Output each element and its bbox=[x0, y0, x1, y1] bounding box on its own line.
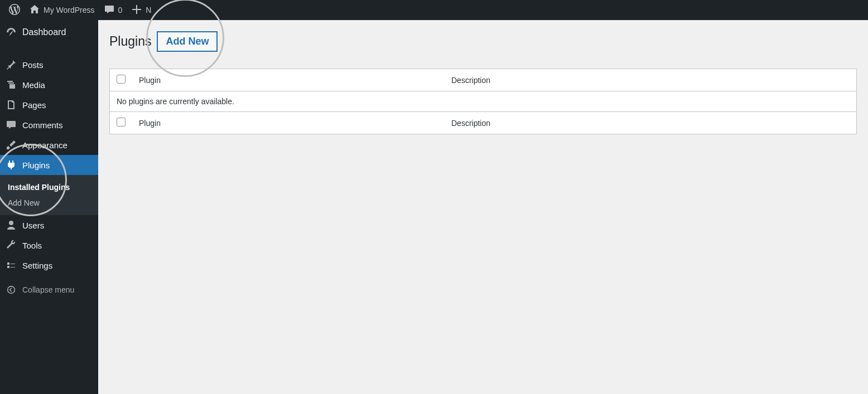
col-header-plugin[interactable]: Plugin bbox=[132, 69, 445, 91]
sidebar-item-appearance[interactable]: Appearance bbox=[0, 135, 98, 155]
sidebar-item-dashboard[interactable]: Dashboard bbox=[0, 20, 98, 45]
sidebar-item-pages[interactable]: Pages bbox=[0, 95, 98, 115]
sidebar-item-settings[interactable]: Settings bbox=[0, 255, 98, 275]
col-header-description[interactable]: Description bbox=[445, 69, 857, 91]
comment-icon bbox=[6, 119, 17, 130]
comments-menu[interactable]: 0 bbox=[99, 0, 127, 20]
plugin-icon bbox=[6, 159, 17, 171]
sidebar-label-plugins: Plugins bbox=[22, 160, 50, 170]
plus-icon bbox=[131, 4, 142, 17]
sidebar-item-comments[interactable]: Comments bbox=[0, 115, 98, 135]
empty-row: No plugins are currently available. bbox=[110, 91, 857, 112]
new-content-menu[interactable]: N bbox=[127, 0, 156, 20]
sidebar-label-posts: Posts bbox=[22, 60, 44, 70]
sidebar-item-posts[interactable]: Posts bbox=[0, 55, 98, 75]
sidebar-label-dashboard: Dashboard bbox=[22, 27, 66, 37]
collapse-menu[interactable]: Collapse menu bbox=[0, 279, 98, 301]
admin-bar: My WordPress 0 N bbox=[0, 0, 868, 20]
sidebar-label-appearance: Appearance bbox=[22, 140, 67, 150]
table-footer-row: Plugin Description bbox=[110, 112, 857, 134]
sidebar-label-media: Media bbox=[22, 80, 45, 90]
sidebar-item-plugins[interactable]: Plugins bbox=[0, 155, 98, 175]
sidebar-item-tools[interactable]: Tools bbox=[0, 235, 98, 255]
empty-message: No plugins are currently available. bbox=[110, 91, 857, 112]
admin-sidebar: Dashboard Posts Media Pages Comments App… bbox=[0, 20, 98, 394]
new-label: N bbox=[146, 6, 151, 14]
pin-icon bbox=[6, 59, 17, 70]
sidebar-item-users[interactable]: Users bbox=[0, 215, 98, 235]
select-all-top-checkbox[interactable] bbox=[117, 75, 126, 84]
sidebar-label-tools: Tools bbox=[22, 241, 42, 250]
wrench-icon bbox=[6, 240, 17, 251]
collapse-icon bbox=[6, 284, 17, 295]
add-new-button[interactable]: Add New bbox=[157, 31, 218, 52]
svg-point-0 bbox=[8, 286, 15, 294]
sidebar-item-media[interactable]: Media bbox=[0, 75, 98, 95]
collapse-label: Collapse menu bbox=[22, 285, 74, 294]
media-icon bbox=[6, 79, 17, 90]
site-name-menu[interactable]: My WordPress bbox=[25, 0, 99, 20]
plugins-submenu: Installed Plugins Add New bbox=[0, 175, 98, 215]
col-footer-description[interactable]: Description bbox=[445, 112, 857, 134]
submenu-installed-plugins[interactable]: Installed Plugins bbox=[0, 179, 98, 195]
page-header: Plugins Add New bbox=[109, 31, 857, 52]
sidebar-label-comments: Comments bbox=[22, 120, 63, 130]
comments-count: 0 bbox=[118, 6, 123, 14]
brush-icon bbox=[6, 139, 17, 150]
sidebar-label-settings: Settings bbox=[22, 261, 52, 270]
wp-logo-menu[interactable] bbox=[4, 0, 25, 20]
submenu-add-new[interactable]: Add New bbox=[0, 195, 98, 211]
home-icon bbox=[29, 4, 40, 17]
page-title: Plugins bbox=[109, 34, 151, 49]
sidebar-label-users: Users bbox=[22, 221, 44, 230]
col-footer-plugin[interactable]: Plugin bbox=[132, 112, 445, 134]
sidebar-label-pages: Pages bbox=[22, 100, 46, 110]
user-icon bbox=[6, 220, 17, 231]
wordpress-icon bbox=[9, 4, 20, 17]
comment-icon bbox=[104, 4, 115, 17]
main-content: Plugins Add New Plugin Description No pl… bbox=[98, 20, 868, 394]
settings-icon bbox=[6, 260, 17, 271]
site-name-label: My WordPress bbox=[44, 6, 95, 14]
select-all-bottom-checkbox[interactable] bbox=[117, 118, 126, 127]
page-icon bbox=[6, 99, 17, 110]
dashboard-icon bbox=[6, 27, 17, 38]
table-header-row: Plugin Description bbox=[110, 69, 857, 91]
plugins-table: Plugin Description No plugins are curren… bbox=[109, 69, 857, 134]
